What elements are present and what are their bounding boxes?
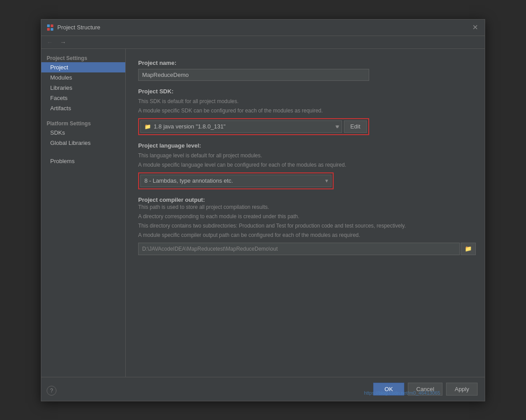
project-language-level-desc2: A module specific language level can be … (138, 161, 472, 169)
sidebar-item-facets-label: Facets (50, 95, 68, 101)
title-bar: Project Structure ✕ (41, 20, 485, 36)
dialog-icon (47, 24, 54, 31)
project-sdk-desc1: This SDK is default for all project modu… (138, 97, 472, 105)
sdk-dropdown[interactable]: 📁 1.8 java version "1.8.0_131" ▾ (140, 120, 342, 133)
sidebar-item-modules[interactable]: Modules (41, 72, 125, 83)
compiler-output-path-input[interactable] (138, 243, 460, 255)
compiler-output-desc2: A directory corresponding to each module… (138, 212, 472, 220)
browse-icon: 📁 (465, 245, 472, 252)
svg-rect-0 (47, 24, 50, 27)
svg-rect-1 (51, 24, 53, 27)
compiler-output-desc4: A module specific compiler output path c… (138, 231, 472, 239)
apply-button[interactable]: Apply (446, 383, 478, 396)
forward-arrow[interactable]: → (58, 38, 68, 47)
dialog-title: Project Structure (57, 24, 100, 31)
sidebar-item-project[interactable]: Project (41, 62, 125, 72)
project-name-input[interactable] (138, 69, 369, 81)
sidebar-item-artifacts-label: Artifacts (50, 105, 71, 112)
bottom-bar: ? https://blog.csdn.net/m0_46413065 OK C… (41, 377, 485, 401)
sdk-dropdown-arrow: ▾ (336, 123, 339, 130)
sidebar-item-libraries[interactable]: Libraries (41, 83, 125, 93)
language-level-dropdown[interactable]: 8 - Lambdas, type annotations etc. ▾ (140, 175, 331, 187)
help-button[interactable]: ? (47, 386, 56, 396)
language-level-dropdown-arrow: ▾ (325, 177, 328, 184)
close-button[interactable]: ✕ (470, 23, 479, 32)
project-sdk-label: Project SDK: (138, 88, 472, 95)
sidebar-item-sdks-label: SDKs (50, 129, 65, 136)
output-path-row: 📁 (138, 243, 476, 255)
sdk-edit-button[interactable]: Edit (344, 120, 367, 133)
project-name-label: Project name: (138, 60, 472, 66)
sidebar-item-global-libraries[interactable]: Global Libraries (41, 138, 125, 148)
sidebar: Project Settings Project Modules Librari… (41, 49, 126, 377)
compiler-output-desc1: This path is used to store all project c… (138, 203, 472, 211)
project-compiler-output-label: Project compiler output: (138, 196, 472, 203)
sdk-selected-value: 1.8 java version "1.8.0_131" (154, 123, 226, 130)
sidebar-item-libraries-label: Libraries (50, 84, 72, 91)
project-language-level-desc1: This language level is default for all p… (138, 152, 472, 160)
content-area: Project name: Project SDK: This SDK is d… (126, 49, 485, 377)
sdk-select-wrapper: 📁 1.8 java version "1.8.0_131" ▾ (140, 120, 342, 133)
sidebar-item-artifacts[interactable]: Artifacts (41, 103, 125, 113)
sidebar-item-modules-label: Modules (50, 74, 72, 81)
language-level-selected-value: 8 - Lambdas, type annotations etc. (144, 177, 233, 184)
project-language-level-label: Project language level: (138, 142, 472, 149)
folder-icon: 📁 (144, 124, 151, 130)
sdk-selector-row: 📁 1.8 java version "1.8.0_131" ▾ Edit (138, 118, 369, 135)
sidebar-item-sdks[interactable]: SDKs (41, 128, 125, 138)
compiler-output-desc3: This directory contains two subdirectori… (138, 222, 472, 230)
browse-button[interactable]: 📁 (461, 243, 476, 255)
platform-settings-section-label: Platform Settings (41, 118, 125, 128)
project-structure-dialog: Project Structure ✕ ← → Project Settings… (41, 19, 485, 401)
title-bar-left: Project Structure (47, 24, 100, 31)
svg-rect-2 (47, 28, 50, 31)
nav-bar: ← → (41, 36, 485, 49)
sidebar-item-global-libraries-label: Global Libraries (50, 140, 91, 146)
sidebar-item-problems[interactable]: Problems (41, 156, 125, 166)
sidebar-item-problems-label: Problems (50, 158, 75, 164)
sidebar-item-facets[interactable]: Facets (41, 93, 125, 103)
svg-rect-3 (51, 28, 53, 31)
back-arrow[interactable]: ← (45, 38, 55, 47)
project-sdk-desc2: A module specific SDK can be configured … (138, 107, 472, 115)
sidebar-item-project-label: Project (50, 64, 68, 71)
watermark-url: https://blog.csdn.net/m0_46413065 (364, 390, 440, 396)
language-level-selector-wrapper: 8 - Lambdas, type annotations etc. ▾ (138, 172, 334, 189)
project-settings-section-label: Project Settings (41, 52, 125, 62)
main-content: Project Settings Project Modules Librari… (41, 49, 485, 377)
